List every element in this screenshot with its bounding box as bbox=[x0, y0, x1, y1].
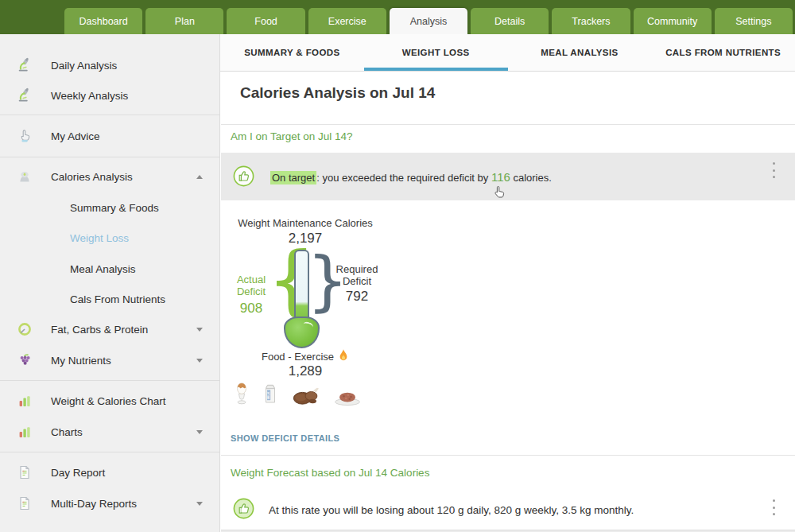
on-target-message: On target: you exceeded the required def… bbox=[270, 170, 552, 184]
expand-arrow-icon[interactable] bbox=[196, 359, 203, 363]
sidebar-item-label: Multi-Day Reports bbox=[51, 498, 137, 510]
top-nav: Dashboard Plan Food Exercise Analysis De… bbox=[0, 0, 795, 34]
food-exercise-text: Food - Exercise bbox=[262, 351, 334, 363]
maintenance-calories-label: Weight Maintenance Calories bbox=[221, 217, 390, 229]
sidebar-item-cals-from-nutrients[interactable]: Cals From Nutrients bbox=[0, 288, 219, 310]
weight-forecast-row: At this rate you will be losing about 12… bbox=[221, 493, 795, 530]
sidebar-item-daily-analysis[interactable]: Daily Analysis bbox=[0, 54, 219, 76]
sidebar-item-label: Charts bbox=[51, 426, 83, 438]
tab-label: Settings bbox=[735, 16, 771, 27]
tab-label: Plan bbox=[175, 16, 195, 27]
tab-trackers[interactable]: Trackers bbox=[552, 8, 630, 34]
tab-dashboard[interactable]: Dashboard bbox=[64, 8, 142, 34]
sidebar-item-label: Fat, Carbs & Protein bbox=[51, 324, 148, 336]
expand-arrow-icon[interactable] bbox=[196, 502, 203, 506]
sidebar-item-label: Summary & Foods bbox=[70, 202, 159, 214]
sidebar: Daily Analysis Weekly Analysis My Advice… bbox=[0, 34, 220, 532]
thermometer-tube bbox=[294, 250, 309, 321]
tab-analysis[interactable]: Analysis bbox=[390, 8, 467, 34]
mouse-cursor bbox=[494, 185, 507, 200]
tab-label: Trackers bbox=[572, 16, 610, 27]
tab-exercise[interactable]: Exercise bbox=[308, 8, 386, 34]
subtab-label: CALS FROM NUTRIENTS bbox=[665, 48, 781, 57]
sidebar-item-meal-analysis[interactable]: Meal Analysis bbox=[0, 258, 219, 280]
food-exercise-label: Food - Exercise bbox=[221, 348, 390, 365]
sidebar-item-label: My Nutrients bbox=[51, 355, 111, 367]
message-text: : you exceeded the required deficit by bbox=[316, 172, 491, 184]
collapse-arrow-icon[interactable] bbox=[196, 175, 203, 179]
subtab-meal-analysis[interactable]: MEAL ANALYSIS bbox=[508, 34, 652, 71]
tab-label: Dashboard bbox=[80, 16, 128, 27]
sidebar-divider bbox=[0, 115, 219, 115]
subtab-label: WEIGHT LOSS bbox=[402, 48, 470, 57]
app-window: Dashboard Plan Food Exercise Analysis De… bbox=[0, 0, 795, 532]
food-icons-row: MILK bbox=[234, 380, 362, 409]
more-options-icon[interactable] bbox=[768, 162, 779, 178]
scale-icon bbox=[17, 169, 33, 184]
subtab-summary-foods[interactable]: SUMMARY & FOODS bbox=[220, 34, 364, 71]
sidebar-item-label: Daily Analysis bbox=[51, 60, 117, 72]
flame-icon bbox=[338, 348, 349, 365]
status-badge: On target bbox=[270, 171, 316, 184]
sidebar-divider bbox=[0, 452, 219, 452]
actual-deficit-label: ActualDeficit bbox=[221, 274, 281, 297]
tab-label: Exercise bbox=[328, 16, 366, 27]
expand-arrow-icon[interactable] bbox=[196, 430, 203, 434]
roast-meat-icon bbox=[291, 386, 321, 409]
expand-arrow-icon[interactable] bbox=[196, 328, 203, 332]
food-exercise-value: 1,289 bbox=[221, 363, 390, 379]
analysis-microscope-icon bbox=[17, 87, 33, 103]
target-section-heading: Am I on Target on Jul 14? bbox=[231, 130, 353, 142]
page-title: Calories Analysis on Jul 14 bbox=[240, 84, 435, 102]
sidebar-divider bbox=[0, 380, 219, 381]
bar-chart-icon bbox=[17, 393, 33, 409]
sidebar-item-summary-foods[interactable]: Summary & Foods bbox=[0, 196, 219, 219]
subtab-cals-from-nutrients[interactable]: CALS FROM NUTRIENTS bbox=[651, 34, 795, 71]
subtab-label: SUMMARY & FOODS bbox=[244, 48, 339, 57]
sidebar-item-weight-loss[interactable]: Weight Loss bbox=[0, 227, 219, 249]
minced-meat-plate-icon bbox=[333, 390, 362, 409]
tab-plan[interactable]: Plan bbox=[145, 8, 223, 34]
required-deficit-label: RequiredDeficit bbox=[324, 263, 390, 287]
tab-community[interactable]: Community bbox=[634, 8, 712, 34]
sidebar-item-label: Calories Analysis bbox=[51, 171, 133, 183]
report-icon bbox=[17, 495, 33, 511]
analysis-microscope-icon bbox=[17, 57, 33, 73]
sidebar-item-label: Weekly Analysis bbox=[51, 90, 128, 102]
sidebar-item-my-nutrients[interactable]: My Nutrients bbox=[0, 349, 219, 371]
tab-label: Details bbox=[494, 16, 525, 27]
forecast-section-heading: Weight Forecast based on Jul 14 Calories bbox=[231, 467, 429, 479]
sidebar-item-label: Weight & Calories Chart bbox=[51, 395, 166, 407]
sidebar-item-charts[interactable]: Charts bbox=[0, 421, 219, 443]
sidebar-item-calories-analysis[interactable]: Calories Analysis bbox=[0, 165, 219, 188]
thumbs-up-icon bbox=[233, 165, 254, 187]
tab-label: Analysis bbox=[410, 16, 448, 27]
sidebar-item-multi-day-reports[interactable]: Multi-Day Reports bbox=[0, 492, 219, 515]
sidebar-item-my-advice[interactable]: My Advice bbox=[0, 125, 219, 147]
grapes-icon bbox=[17, 352, 33, 368]
tab-settings[interactable]: Settings bbox=[715, 8, 793, 34]
sidebar-item-label: My Advice bbox=[51, 130, 100, 142]
advice-hand-icon bbox=[17, 128, 33, 144]
tab-food[interactable]: Food bbox=[227, 8, 304, 34]
more-options-icon[interactable] bbox=[768, 499, 779, 515]
pie-chart-icon bbox=[17, 321, 33, 337]
sidebar-item-fat-carbs-protein[interactable]: Fat, Carbs & Protein bbox=[0, 318, 219, 340]
boiled-egg-icon bbox=[234, 380, 250, 409]
tab-details[interactable]: Details bbox=[471, 8, 549, 34]
sidebar-divider bbox=[0, 157, 219, 157]
show-deficit-details-link[interactable]: SHOW DEFICIT DETAILS bbox=[231, 433, 339, 443]
section-divider bbox=[221, 124, 795, 125]
thermometer-bulb bbox=[284, 316, 320, 348]
sidebar-item-label: Weight Loss bbox=[70, 232, 129, 244]
sidebar-item-day-report[interactable]: Day Report bbox=[0, 461, 219, 483]
sidebar-item-weight-calories-chart[interactable]: Weight & Calories Chart bbox=[0, 390, 219, 412]
thumbs-up-icon bbox=[233, 498, 254, 519]
main-content: Calories Analysis on Jul 14 Am I on Targ… bbox=[221, 72, 795, 532]
subtab-weight-loss[interactable]: WEIGHT LOSS bbox=[364, 34, 508, 71]
sidebar-item-label: Day Report bbox=[51, 467, 105, 479]
required-deficit-value: 792 bbox=[324, 289, 390, 305]
sidebar-item-weekly-analysis[interactable]: Weekly Analysis bbox=[0, 84, 219, 107]
sidebar-item-label: Meal Analysis bbox=[70, 263, 136, 275]
sidebar-item-label: Cals From Nutrients bbox=[70, 293, 165, 305]
